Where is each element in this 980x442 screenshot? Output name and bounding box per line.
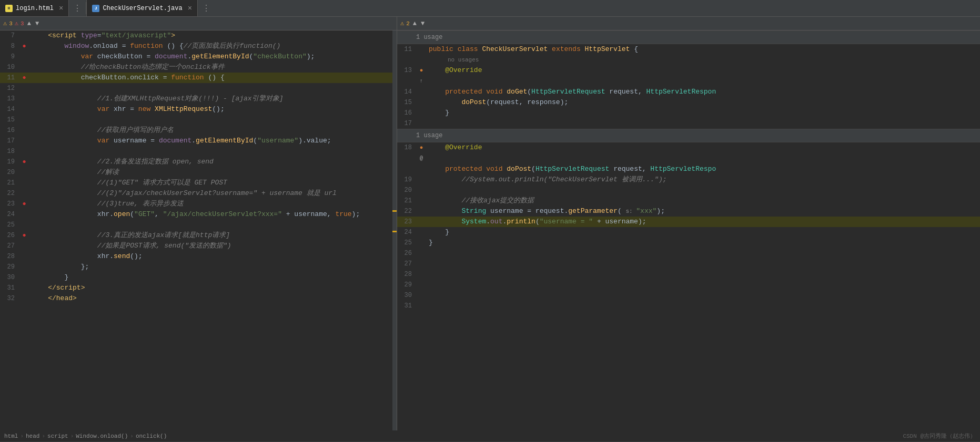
line-number: 27 — [0, 241, 19, 251]
scrollbar-track[interactable] — [392, 30, 397, 430]
tab-login-html[interactable]: H login.html × — [0, 0, 69, 16]
code-line: //2.准备发送指定数据 open, send — [29, 157, 397, 167]
right-code-area[interactable]: 1 usage 11 public class CheckUserServlet… — [397, 30, 980, 430]
line-number: 20 — [0, 167, 19, 178]
tab-checkuserservlet-java[interactable]: J CheckUserServlet.java × — [86, 0, 198, 16]
line-number: 28 — [0, 251, 19, 262]
scrollbar-mark-2 — [392, 231, 397, 232]
breadcrumb-item-5[interactable]: onclick() — [136, 433, 167, 439]
left-warn-count: 3 — [9, 20, 13, 27]
gutter — [19, 94, 29, 104]
line-number: 22 — [397, 206, 416, 217]
code-line: public class CheckUserServlet extends Ht… — [427, 44, 980, 55]
usage-count-top: 1 usage — [416, 34, 442, 41]
line-number: 27 — [397, 259, 416, 269]
left-error-icon: ⚠ — [15, 19, 18, 27]
breadcrumb-item-1[interactable]: html — [4, 433, 18, 439]
gutter — [416, 301, 427, 311]
line-number: 17 — [0, 136, 19, 146]
code-line: xhr.open("GET", "/ajax/checkUserServlet?… — [29, 209, 397, 220]
line-number: 30 — [0, 272, 19, 283]
gutter — [416, 97, 427, 108]
gutter — [19, 136, 29, 146]
code-line — [29, 220, 397, 230]
code-line — [427, 280, 980, 290]
line-number: 19 — [0, 157, 19, 167]
gutter — [416, 174, 427, 185]
table-row: 31 — [397, 301, 980, 311]
gutter: ● @ — [416, 142, 427, 164]
table-row: 21 //(1)"GET" 请求方式可以是 GET POST — [0, 178, 397, 188]
code-line: checkButton.onclick = function () { — [29, 73, 397, 83]
code-line: @Override — [427, 142, 980, 164]
breadcrumb-item-2[interactable]: head — [26, 433, 39, 439]
left-nav-up[interactable]: ▲ — [26, 20, 32, 27]
right-nav-down[interactable]: ▼ — [420, 20, 426, 27]
table-row: no usages — [397, 55, 980, 65]
code-line: //解读 — [29, 167, 397, 178]
code-line: var checkButton = document.getElementByI… — [29, 52, 397, 62]
breakpoint-icon: ● — [22, 158, 26, 166]
table-row: 23 ● //(3)true, 表示异步发送 — [0, 199, 397, 209]
line-number: 28 — [397, 269, 416, 280]
line-number: 22 — [0, 188, 19, 199]
left-code-area[interactable]: 7 <script type="text/javascript"> 8 ● wi… — [0, 30, 397, 430]
table-row: 29 — [397, 280, 980, 290]
gutter-bp-icon: ● — [420, 145, 423, 151]
tab-left-filename: login.html — [16, 5, 54, 12]
bottom-credit: CSDN @吉冈秀隆（赵志伟） — [903, 432, 976, 440]
code-line: </head> — [29, 293, 397, 304]
gutter — [19, 115, 29, 125]
tab-left-menu[interactable]: ⋮ — [69, 0, 86, 16]
breadcrumb: html › head › script › Window.onload() ›… — [0, 430, 980, 442]
breadcrumb-sep-1: › — [20, 433, 24, 439]
html-file-icon: H — [5, 5, 13, 12]
left-toolbar: ⚠ 3 ⚠ 3 ▲ ▼ — [0, 17, 397, 30]
table-row: 11 ● checkButton.onclick = function () { — [0, 73, 397, 83]
line-number: 8 — [0, 41, 19, 52]
line-number: 11 — [0, 73, 19, 83]
gutter — [416, 185, 427, 196]
code-line: //给checkButton动态绑定一个onclick事件 — [29, 62, 397, 73]
breadcrumb-sep-2: › — [42, 433, 45, 439]
gutter — [416, 118, 427, 129]
code-line — [427, 290, 980, 301]
tabs-bar: H login.html × ⋮ J CheckUserServlet.java… — [0, 0, 980, 17]
left-code-table: 7 <script type="text/javascript"> 8 ● wi… — [0, 30, 397, 304]
table-row: 12 — [0, 83, 397, 94]
gutter — [19, 167, 29, 178]
table-row: 11 public class CheckUserServlet extends… — [397, 44, 980, 55]
code-line: <script type="text/javascript"> — [29, 30, 397, 41]
table-row: 27 //如果是POST请求, send("发送的数据") — [0, 241, 397, 251]
code-line: //1.创建XMLHttpRequest对象(!!!) - [ajax引擎对象] — [29, 94, 397, 104]
code-line — [29, 115, 397, 125]
gutter — [19, 251, 29, 262]
code-line — [427, 118, 980, 129]
left-editor-pane: ⚠ 3 ⚠ 3 ▲ ▼ 7 <script type="text/javascr… — [0, 17, 397, 430]
table-row: 17 var username = document.getElementByI… — [0, 136, 397, 146]
split-editor-area: ⚠ 3 ⚠ 3 ▲ ▼ 7 <script type="text/javascr… — [0, 17, 980, 430]
code-line: }; — [29, 262, 397, 272]
right-nav-up[interactable]: ▲ — [412, 20, 418, 27]
tab-right-menu[interactable]: ⋮ — [198, 0, 215, 16]
table-row: 23 System.out.println("username = " + us… — [397, 217, 980, 227]
right-warn-icon: ⚠ — [400, 19, 404, 27]
table-row: 13 //1.创建XMLHttpRequest对象(!!!) - [ajax引擎… — [0, 94, 397, 104]
table-row: 27 — [397, 259, 980, 269]
left-nav-down[interactable]: ▼ — [34, 20, 40, 27]
tab-right-close[interactable]: × — [188, 4, 192, 13]
table-row: 29 }; — [0, 262, 397, 272]
line-number: 24 — [397, 227, 416, 238]
table-row: 8 ● window.onload = function () {//页面加载后… — [0, 41, 397, 52]
scrollbar-mark-1 — [392, 210, 397, 212]
gutter — [416, 44, 427, 55]
breadcrumb-item-4[interactable]: Window.onload() — [76, 433, 128, 439]
table-row: 24 } — [397, 227, 980, 238]
code-line — [427, 248, 980, 259]
gutter — [416, 259, 427, 269]
code-line: } — [29, 272, 397, 283]
line-number: 25 — [397, 238, 416, 248]
table-row: 9 var checkButton = document.getElementB… — [0, 52, 397, 62]
tab-left-close[interactable]: × — [59, 4, 63, 13]
breadcrumb-item-3[interactable]: script — [47, 433, 68, 439]
